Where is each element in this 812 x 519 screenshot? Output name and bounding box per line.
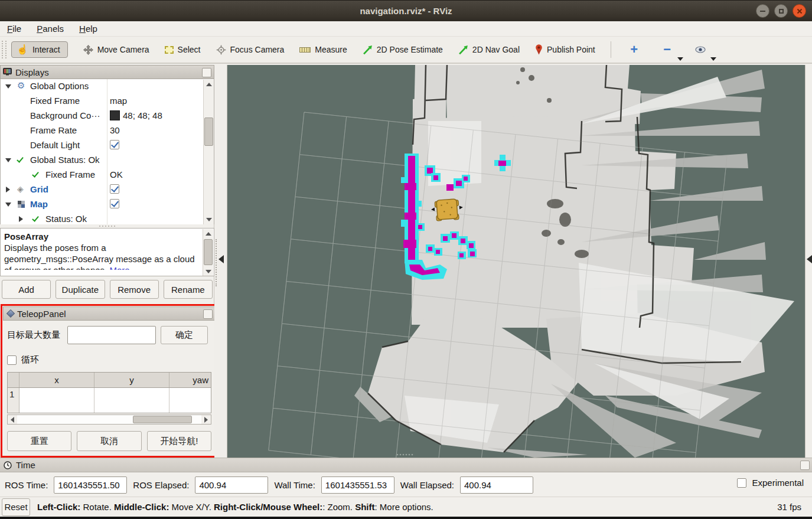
main-area: Displays ⚙ Global Options Fixed Frame ma… [0,65,812,458]
displays-scrollbar[interactable] [203,80,214,224]
close-button[interactable] [793,4,806,18]
experimental-label: Experimental [752,478,804,488]
tool-2d-pose-estimate[interactable]: 2D Pose Estimate [363,45,443,55]
menu-panels[interactable]: Panels [37,24,64,34]
teleop-hide-button[interactable] [203,309,213,319]
dock-splitter-left[interactable] [214,65,227,458]
tree-row-background-color[interactable]: Background Co··· 48; 48; 48 [1,109,214,123]
scroll-down-button[interactable] [204,215,214,224]
rviz-window: navigation.rviz* - RViz File Panels Help… [0,0,812,519]
experimental-checkbox[interactable] [737,478,746,488]
grid-enabled-checkbox[interactable] [110,184,119,194]
tool-2d-nav-goal[interactable]: 2D Nav Goal [458,45,520,55]
tree-row-grid[interactable]: ◈ Grid [1,182,214,197]
expander-icon[interactable] [5,203,11,207]
tool-move-camera[interactable]: Move Camera [83,45,149,55]
tree-row-global-options[interactable]: ⚙ Global Options [1,79,214,94]
reset-nav-button[interactable]: 重置 [7,431,71,451]
goal-count-input[interactable] [67,326,156,344]
scrollbar-thumb[interactable] [204,117,213,146]
chevron-down-icon[interactable] [677,57,683,61]
description-line: geometry_msgs::PoseArray message as a cl… [4,253,198,265]
frame-rate-value[interactable]: 30 [110,125,120,135]
wall-elapsed-input[interactable] [460,476,533,494]
tool-focus-camera[interactable]: Focus Camera [216,45,285,55]
maximize-button[interactable] [774,4,788,18]
tool-select[interactable]: Select [165,45,201,54]
expander-icon[interactable] [6,187,10,192]
minimize-button[interactable] [756,4,769,18]
scrollbar-thumb[interactable] [133,416,192,423]
tree-row-map-status[interactable]: Status: Ok [1,212,214,224]
scrollbar-thumb[interactable] [204,239,213,265]
column-header-yaw[interactable]: yaw [169,373,211,387]
scroll-left-button[interactable] [8,415,17,424]
row-header[interactable]: 1 [8,388,19,413]
add-button[interactable]: Add [2,280,51,299]
loop-checkbox[interactable] [7,355,17,365]
expander-icon[interactable] [5,158,11,162]
monitor-icon [3,68,12,76]
displays-hide-button[interactable] [202,68,211,77]
display-actions: Add Duplicate Remove Rename [0,280,214,300]
cell-yaw[interactable] [169,388,211,413]
more-link[interactable]: More [109,265,129,270]
expander-icon[interactable] [5,84,11,89]
tool-measure[interactable]: Measure [299,45,347,54]
cell-x[interactable] [19,388,94,413]
expander-icon[interactable] [19,216,23,222]
scroll-up-button[interactable] [203,229,213,239]
tree-row-global-status[interactable]: Global Status: Ok [1,153,214,168]
column-header-y[interactable]: y [94,373,169,387]
cancel-button[interactable]: 取消 [77,431,141,451]
cell-y[interactable] [94,388,169,413]
scroll-down-button[interactable] [203,267,213,276]
teleop-panel: TeleopPanel 目标最大数量 确定 循环 x y [1,304,218,458]
splitter-grip[interactable] [216,239,217,286]
loop-label: 循环 [21,354,39,365]
minimize-icon [760,11,765,12]
tree-row-fixed-frame[interactable]: Fixed Frame map [1,94,214,109]
duplicate-button[interactable]: Duplicate [56,280,105,299]
start-navigation-button[interactable]: 开始导航! [147,431,211,451]
map-enabled-checkbox[interactable] [110,199,119,208]
view-visibility-button[interactable] [690,41,710,58]
column-header-x[interactable]: x [19,373,94,387]
menu-help[interactable]: Help [79,24,97,34]
zoom-in-button[interactable]: + [624,41,644,58]
remove-button[interactable]: Remove [110,280,159,299]
zoom-out-button[interactable]: − [657,41,677,58]
tree-row-frame-rate[interactable]: Frame Rate 30 [1,123,214,138]
collapse-right-icon[interactable] [807,255,812,263]
scroll-right-button[interactable] [201,415,211,424]
rename-button[interactable]: Rename [164,280,213,299]
collapse-left-icon[interactable] [219,255,224,263]
dock-splitter-right[interactable] [805,65,812,458]
default-light-checkbox[interactable] [110,140,119,149]
tree-row-default-light[interactable]: Default Light [1,138,214,153]
confirm-button[interactable]: 确定 [161,326,208,344]
time-hide-button[interactable] [800,461,810,470]
fixed-frame-value[interactable]: map [110,96,127,106]
diamond-icon [6,309,15,318]
gear-icon: ⚙ [17,80,25,91]
left-dock: Displays ⚙ Global Options Fixed Frame ma… [0,65,214,458]
wall-time-input[interactable] [321,476,394,494]
ros-time-label: ROS Time: [5,480,48,490]
toolbar-grip[interactable] [2,41,6,58]
ruler-icon [299,47,311,53]
menubar: File Panels Help [0,21,812,37]
render-viewport[interactable] [227,65,805,458]
scroll-up-button[interactable] [204,80,214,89]
tool-publish-point[interactable]: Publish Point [535,44,595,55]
table-hscrollbar[interactable] [7,414,211,425]
reset-button[interactable]: Reset [2,498,30,516]
ros-elapsed-input[interactable] [195,476,268,494]
tree-row-map[interactable]: Map [1,197,214,212]
description-scrollbar[interactable] [203,229,213,276]
tree-row-fixed-frame-status[interactable]: Fixed Frame OK [1,168,214,182]
tool-interact[interactable]: ☝ Interact [11,41,68,58]
chevron-down-icon[interactable] [710,57,716,61]
menu-file[interactable]: File [7,24,21,34]
ros-time-input[interactable] [54,476,127,494]
